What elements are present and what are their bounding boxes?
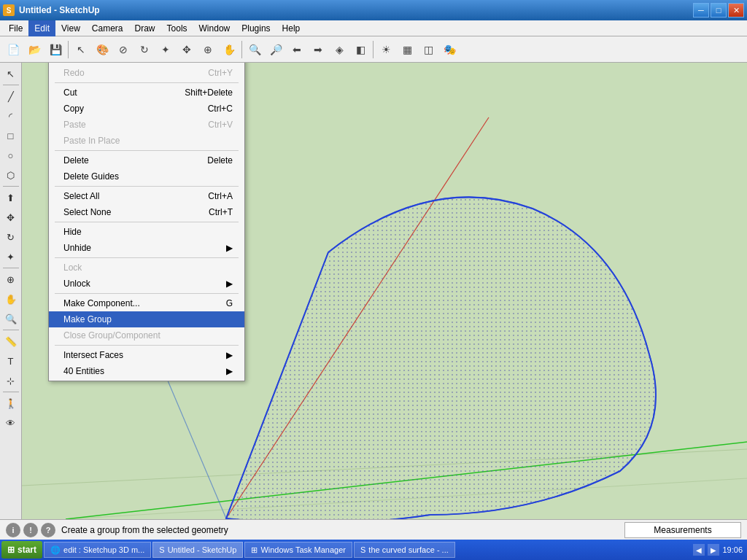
menu-copy[interactable]: Copy Ctrl+C <box>49 101 244 117</box>
tool-orbit[interactable]: ⊕ <box>198 39 218 60</box>
taskbar-time: 19:06 <box>722 545 743 554</box>
tool-prev-view[interactable]: ⬅ <box>287 39 307 60</box>
menu-file[interactable]: File <box>3 20 28 36</box>
menu-intersect-faces[interactable]: Intersect Faces ▶ <box>49 347 244 363</box>
tray-icon-1[interactable]: ◀ <box>693 544 705 556</box>
toolbar-separator-1 <box>68 41 69 58</box>
tool-move-sidebar[interactable]: ✥ <box>1 208 20 227</box>
tool-material[interactable]: 🎭 <box>439 39 460 60</box>
warn-icon[interactable]: ! <box>23 523 38 537</box>
info-icon[interactable]: i <box>6 523 20 537</box>
tool-shadow[interactable]: ☀ <box>376 39 396 60</box>
titlebar: S Untitled - SketchUp ─ □ ✕ <box>0 0 747 20</box>
tool-rotate[interactable]: ↻ <box>134 39 155 60</box>
sidebar-sep-3 <box>3 268 19 268</box>
menu-delete-guides[interactable]: Delete Guides <box>49 168 244 184</box>
measurements-label: Measurements <box>654 525 711 535</box>
menu-select-none[interactable]: Select None Ctrl+T <box>49 204 244 220</box>
tool-next-view[interactable]: ➡ <box>308 39 328 60</box>
sidebar-sep-4 <box>3 330 19 330</box>
tool-save[interactable]: 💾 <box>45 39 66 60</box>
menu-unhide[interactable]: Unhide ▶ <box>49 240 244 256</box>
tool-arc[interactable]: ◜ <box>1 106 20 125</box>
menu-help[interactable]: Help <box>276 20 306 36</box>
tool-open[interactable]: 📂 <box>24 39 44 60</box>
menu-close-group[interactable]: Close Group/Component <box>49 327 244 343</box>
menu-tools[interactable]: Tools <box>161 20 193 36</box>
menu-sep-5 <box>55 257 239 258</box>
tool-texture[interactable]: ▦ <box>397 39 417 60</box>
tool-zoom[interactable]: 🔍 <box>244 39 265 60</box>
tool-paint[interactable]: 🎨 <box>92 39 112 60</box>
minimize-button[interactable]: ─ <box>693 3 709 18</box>
tool-orbit-sidebar[interactable]: ⊕ <box>1 270 20 289</box>
tool-push-pull[interactable]: ⬆ <box>1 188 20 207</box>
toolbar-separator-2 <box>241 41 242 58</box>
menu-camera[interactable]: Camera <box>86 20 129 36</box>
tool-component[interactable]: ◫ <box>418 39 438 60</box>
restore-button[interactable]: □ <box>711 3 727 18</box>
tool-scale[interactable]: ✦ <box>155 39 176 60</box>
tool-look-around[interactable]: 👁 <box>1 413 20 432</box>
taskbar-item-icon-4: S <box>360 545 365 554</box>
menu-make-component[interactable]: Make Component... G <box>49 295 244 311</box>
tool-zoom-window[interactable]: 🔎 <box>266 39 286 60</box>
menu-paste-in-place[interactable]: Paste In Place <box>49 133 244 149</box>
tool-pan[interactable]: ✋ <box>219 39 239 60</box>
taskbar-item-label-4: the curved surface - ... <box>368 545 448 554</box>
statusbar: i ! ? Create a group from the selected g… <box>0 519 747 540</box>
menu-draw[interactable]: Draw <box>129 20 161 36</box>
tool-section[interactable]: ◧ <box>350 39 371 60</box>
edit-dropdown-menu: Undo Soften Edges Alt+Backspace Redo Ctr… <box>48 63 245 381</box>
taskbar-item-sketchup-3d[interactable]: 🌐 edit : Sketchup 3D m... <box>44 542 151 558</box>
tool-pan-sidebar[interactable]: ✋ <box>1 289 20 308</box>
tool-new[interactable]: 📄 <box>3 39 23 60</box>
viewport[interactable]: Undo Soften Edges Alt+Backspace Redo Ctr… <box>22 63 747 519</box>
menu-edit[interactable]: Edit <box>28 20 55 36</box>
err-icon[interactable]: ? <box>41 523 55 537</box>
tool-text[interactable]: T <box>1 351 20 370</box>
menu-delete[interactable]: Delete Delete <box>49 152 244 168</box>
menu-sep-7 <box>55 345 239 346</box>
menu-make-group[interactable]: Make Group <box>49 311 244 327</box>
menu-view[interactable]: View <box>55 20 86 36</box>
tool-measure[interactable]: 📏 <box>1 332 20 351</box>
measurements-box: Measurements <box>624 522 741 538</box>
tool-select[interactable]: ↖ <box>71 39 91 60</box>
menu-40-entities[interactable]: 40 Entities ▶ <box>49 363 244 379</box>
tool-move[interactable]: ✥ <box>177 39 197 60</box>
tool-line[interactable]: ╱ <box>1 87 20 106</box>
menu-sep-2 <box>55 150 239 151</box>
tool-select-sidebar[interactable]: ↖ <box>1 64 20 83</box>
menu-window[interactable]: Window <box>193 20 236 36</box>
tool-zoom-sidebar[interactable]: 🔍 <box>1 309 20 328</box>
menu-paste[interactable]: Paste Ctrl+V <box>49 117 244 133</box>
close-button[interactable]: ✕ <box>728 3 744 18</box>
taskbar: ⊞ start 🌐 edit : Sketchup 3D m... S Unti… <box>0 540 747 560</box>
tool-axes[interactable]: ⊹ <box>1 371 20 390</box>
taskbar-item-curved-surface[interactable]: S the curved surface - ... <box>354 542 455 558</box>
menu-sep-3 <box>55 186 239 187</box>
taskbar-item-task-manager[interactable]: ⊞ Windows Task Manager <box>244 542 352 558</box>
taskbar-item-untitled[interactable]: S Untitled - SketchUp <box>152 542 243 558</box>
tool-iso[interactable]: ◈ <box>329 39 349 60</box>
menu-unlock[interactable]: Unlock ▶ <box>49 276 244 292</box>
tool-polygon[interactable]: ⬡ <box>1 166 20 184</box>
tray-icon-2[interactable]: ▶ <box>708 544 719 556</box>
tool-scale-sidebar[interactable]: ✦ <box>1 247 20 266</box>
menu-cut[interactable]: Cut Shift+Delete <box>49 85 244 101</box>
tool-circle[interactable]: ○ <box>1 146 20 165</box>
tool-rotate-sidebar[interactable]: ↻ <box>1 228 20 246</box>
menu-hide[interactable]: Hide <box>49 224 244 240</box>
tool-walk[interactable]: 🚶 <box>1 394 20 413</box>
tool-erase[interactable]: ⊘ <box>113 39 133 60</box>
menu-sep-1 <box>55 82 239 83</box>
tool-shape[interactable]: □ <box>1 126 20 145</box>
main-area: ↖ ╱ ◜ □ ○ ⬡ ⬆ ✥ ↻ ✦ ⊕ ✋ 🔍 📏 T ⊹ 🚶 👁 <box>0 63 747 519</box>
start-button[interactable]: ⊞ start <box>1 541 42 559</box>
menu-redo[interactable]: Redo Ctrl+Y <box>49 65 244 81</box>
menu-select-all[interactable]: Select All Ctrl+A <box>49 188 244 204</box>
menu-plugins[interactable]: Plugins <box>236 20 276 36</box>
menu-lock[interactable]: Lock <box>49 260 244 276</box>
titlebar-buttons: ─ □ ✕ <box>693 3 744 18</box>
